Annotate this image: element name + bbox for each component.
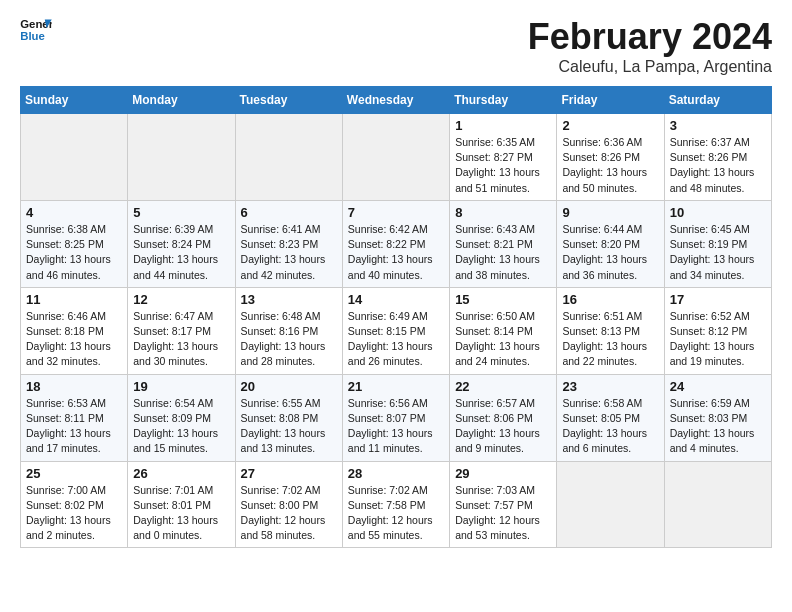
day-info: Sunrise: 6:42 AMSunset: 8:22 PMDaylight:… [348, 222, 444, 283]
day-number: 25 [26, 466, 122, 481]
calendar-day-cell: 25Sunrise: 7:00 AMSunset: 8:02 PMDayligh… [21, 461, 128, 548]
svg-text:Blue: Blue [20, 30, 45, 42]
calendar-day-cell: 3Sunrise: 6:37 AMSunset: 8:26 PMDaylight… [664, 114, 771, 201]
calendar-day-cell: 18Sunrise: 6:53 AMSunset: 8:11 PMDayligh… [21, 374, 128, 461]
day-number: 13 [241, 292, 337, 307]
day-info: Sunrise: 6:35 AMSunset: 8:27 PMDaylight:… [455, 135, 551, 196]
day-number: 27 [241, 466, 337, 481]
day-info: Sunrise: 6:45 AMSunset: 8:19 PMDaylight:… [670, 222, 766, 283]
calendar-day-cell: 19Sunrise: 6:54 AMSunset: 8:09 PMDayligh… [128, 374, 235, 461]
calendar-day-cell: 2Sunrise: 6:36 AMSunset: 8:26 PMDaylight… [557, 114, 664, 201]
calendar-week-row: 25Sunrise: 7:00 AMSunset: 8:02 PMDayligh… [21, 461, 772, 548]
day-number: 20 [241, 379, 337, 394]
day-number: 14 [348, 292, 444, 307]
calendar-day-cell [342, 114, 449, 201]
weekday-header-cell: Sunday [21, 87, 128, 114]
calendar-day-cell: 5Sunrise: 6:39 AMSunset: 8:24 PMDaylight… [128, 200, 235, 287]
day-info: Sunrise: 6:57 AMSunset: 8:06 PMDaylight:… [455, 396, 551, 457]
calendar-day-cell: 7Sunrise: 6:42 AMSunset: 8:22 PMDaylight… [342, 200, 449, 287]
calendar-day-cell [664, 461, 771, 548]
day-info: Sunrise: 6:39 AMSunset: 8:24 PMDaylight:… [133, 222, 229, 283]
weekday-header-cell: Friday [557, 87, 664, 114]
day-info: Sunrise: 7:00 AMSunset: 8:02 PMDaylight:… [26, 483, 122, 544]
weekday-header-cell: Tuesday [235, 87, 342, 114]
day-info: Sunrise: 7:02 AMSunset: 8:00 PMDaylight:… [241, 483, 337, 544]
day-info: Sunrise: 6:58 AMSunset: 8:05 PMDaylight:… [562, 396, 658, 457]
weekday-header-cell: Saturday [664, 87, 771, 114]
calendar-week-row: 18Sunrise: 6:53 AMSunset: 8:11 PMDayligh… [21, 374, 772, 461]
day-info: Sunrise: 6:38 AMSunset: 8:25 PMDaylight:… [26, 222, 122, 283]
calendar-day-cell: 13Sunrise: 6:48 AMSunset: 8:16 PMDayligh… [235, 287, 342, 374]
calendar-day-cell: 11Sunrise: 6:46 AMSunset: 8:18 PMDayligh… [21, 287, 128, 374]
title-area: February 2024 Caleufu, La Pampa, Argenti… [528, 16, 772, 76]
calendar-day-cell: 15Sunrise: 6:50 AMSunset: 8:14 PMDayligh… [450, 287, 557, 374]
logo-icon: General Blue [20, 16, 52, 44]
calendar-day-cell: 22Sunrise: 6:57 AMSunset: 8:06 PMDayligh… [450, 374, 557, 461]
location-title: Caleufu, La Pampa, Argentina [528, 58, 772, 76]
day-number: 22 [455, 379, 551, 394]
calendar-day-cell: 28Sunrise: 7:02 AMSunset: 7:58 PMDayligh… [342, 461, 449, 548]
day-number: 18 [26, 379, 122, 394]
calendar-day-cell: 14Sunrise: 6:49 AMSunset: 8:15 PMDayligh… [342, 287, 449, 374]
day-info: Sunrise: 6:50 AMSunset: 8:14 PMDaylight:… [455, 309, 551, 370]
day-info: Sunrise: 6:36 AMSunset: 8:26 PMDaylight:… [562, 135, 658, 196]
calendar-day-cell: 24Sunrise: 6:59 AMSunset: 8:03 PMDayligh… [664, 374, 771, 461]
day-number: 1 [455, 118, 551, 133]
calendar-day-cell: 23Sunrise: 6:58 AMSunset: 8:05 PMDayligh… [557, 374, 664, 461]
day-info: Sunrise: 6:54 AMSunset: 8:09 PMDaylight:… [133, 396, 229, 457]
month-title: February 2024 [528, 16, 772, 58]
day-info: Sunrise: 6:49 AMSunset: 8:15 PMDaylight:… [348, 309, 444, 370]
day-number: 19 [133, 379, 229, 394]
calendar-day-cell [235, 114, 342, 201]
weekday-header-row: SundayMondayTuesdayWednesdayThursdayFrid… [21, 87, 772, 114]
day-info: Sunrise: 6:48 AMSunset: 8:16 PMDaylight:… [241, 309, 337, 370]
day-number: 5 [133, 205, 229, 220]
day-number: 6 [241, 205, 337, 220]
day-number: 9 [562, 205, 658, 220]
calendar-day-cell: 12Sunrise: 6:47 AMSunset: 8:17 PMDayligh… [128, 287, 235, 374]
calendar-week-row: 11Sunrise: 6:46 AMSunset: 8:18 PMDayligh… [21, 287, 772, 374]
calendar-day-cell: 17Sunrise: 6:52 AMSunset: 8:12 PMDayligh… [664, 287, 771, 374]
day-number: 28 [348, 466, 444, 481]
calendar-day-cell: 29Sunrise: 7:03 AMSunset: 7:57 PMDayligh… [450, 461, 557, 548]
page-header: General Blue February 2024 Caleufu, La P… [20, 16, 772, 76]
day-info: Sunrise: 6:55 AMSunset: 8:08 PMDaylight:… [241, 396, 337, 457]
calendar-table: SundayMondayTuesdayWednesdayThursdayFrid… [20, 86, 772, 548]
weekday-header-cell: Monday [128, 87, 235, 114]
day-info: Sunrise: 7:03 AMSunset: 7:57 PMDaylight:… [455, 483, 551, 544]
calendar-day-cell [21, 114, 128, 201]
calendar-day-cell: 20Sunrise: 6:55 AMSunset: 8:08 PMDayligh… [235, 374, 342, 461]
calendar-day-cell [128, 114, 235, 201]
day-number: 21 [348, 379, 444, 394]
calendar-week-row: 1Sunrise: 6:35 AMSunset: 8:27 PMDaylight… [21, 114, 772, 201]
day-info: Sunrise: 6:37 AMSunset: 8:26 PMDaylight:… [670, 135, 766, 196]
day-number: 24 [670, 379, 766, 394]
day-info: Sunrise: 6:59 AMSunset: 8:03 PMDaylight:… [670, 396, 766, 457]
day-info: Sunrise: 6:46 AMSunset: 8:18 PMDaylight:… [26, 309, 122, 370]
day-number: 17 [670, 292, 766, 307]
day-number: 29 [455, 466, 551, 481]
day-info: Sunrise: 6:47 AMSunset: 8:17 PMDaylight:… [133, 309, 229, 370]
day-number: 15 [455, 292, 551, 307]
weekday-header-cell: Wednesday [342, 87, 449, 114]
day-info: Sunrise: 6:52 AMSunset: 8:12 PMDaylight:… [670, 309, 766, 370]
calendar-day-cell [557, 461, 664, 548]
calendar-day-cell: 21Sunrise: 6:56 AMSunset: 8:07 PMDayligh… [342, 374, 449, 461]
day-number: 3 [670, 118, 766, 133]
calendar-day-cell: 1Sunrise: 6:35 AMSunset: 8:27 PMDaylight… [450, 114, 557, 201]
calendar-day-cell: 8Sunrise: 6:43 AMSunset: 8:21 PMDaylight… [450, 200, 557, 287]
day-info: Sunrise: 6:44 AMSunset: 8:20 PMDaylight:… [562, 222, 658, 283]
day-info: Sunrise: 6:56 AMSunset: 8:07 PMDaylight:… [348, 396, 444, 457]
calendar-day-cell: 27Sunrise: 7:02 AMSunset: 8:00 PMDayligh… [235, 461, 342, 548]
day-info: Sunrise: 6:51 AMSunset: 8:13 PMDaylight:… [562, 309, 658, 370]
calendar-body: 1Sunrise: 6:35 AMSunset: 8:27 PMDaylight… [21, 114, 772, 548]
day-info: Sunrise: 6:43 AMSunset: 8:21 PMDaylight:… [455, 222, 551, 283]
day-number: 7 [348, 205, 444, 220]
day-info: Sunrise: 7:02 AMSunset: 7:58 PMDaylight:… [348, 483, 444, 544]
day-number: 4 [26, 205, 122, 220]
calendar-day-cell: 16Sunrise: 6:51 AMSunset: 8:13 PMDayligh… [557, 287, 664, 374]
day-number: 16 [562, 292, 658, 307]
day-number: 8 [455, 205, 551, 220]
day-number: 11 [26, 292, 122, 307]
day-number: 10 [670, 205, 766, 220]
